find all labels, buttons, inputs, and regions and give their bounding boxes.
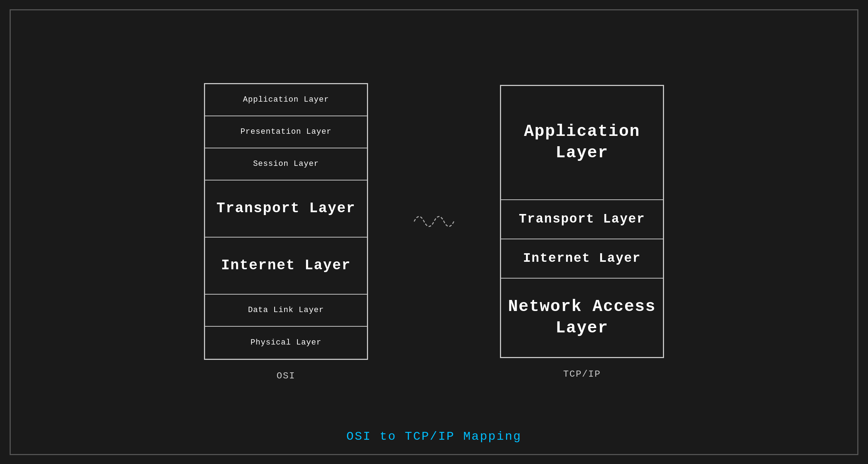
osi-internet-layer: Internet Layer (205, 238, 367, 295)
osi-diagram: Application Layer Presentation Layer Ses… (204, 83, 368, 381)
tcpip-internet-layer: Internet Layer (501, 239, 663, 279)
tcpip-application-layer: ApplicationLayer (501, 86, 663, 200)
osi-transport-layer: Transport Layer (205, 180, 367, 238)
tcpip-transport-layer: Transport Layer (501, 200, 663, 239)
outer-border: Application Layer Presentation Layer Ses… (10, 9, 858, 455)
osi-model-box: Application Layer Presentation Layer Ses… (204, 83, 368, 360)
connector (411, 211, 457, 232)
tcpip-model-box: ApplicationLayer Transport Layer Interne… (500, 85, 664, 358)
osi-presentation-layer: Presentation Layer (205, 116, 367, 148)
tcpip-network-access-layer: Network AccessLayer (501, 279, 663, 357)
tcpip-diagram: ApplicationLayer Transport Layer Interne… (500, 85, 664, 379)
page-title: OSI to TCP/IP Mapping (346, 430, 521, 443)
wave-icon (411, 211, 457, 232)
tcpip-label: TCP/IP (563, 369, 601, 379)
main-content: Application Layer Presentation Layer Ses… (11, 83, 857, 381)
osi-datalink-layer: Data Link Layer (205, 295, 367, 327)
osi-physical-layer: Physical Layer (205, 327, 367, 359)
osi-label: OSI (277, 371, 296, 381)
osi-session-layer: Session Layer (205, 148, 367, 180)
osi-application-layer: Application Layer (205, 84, 367, 116)
